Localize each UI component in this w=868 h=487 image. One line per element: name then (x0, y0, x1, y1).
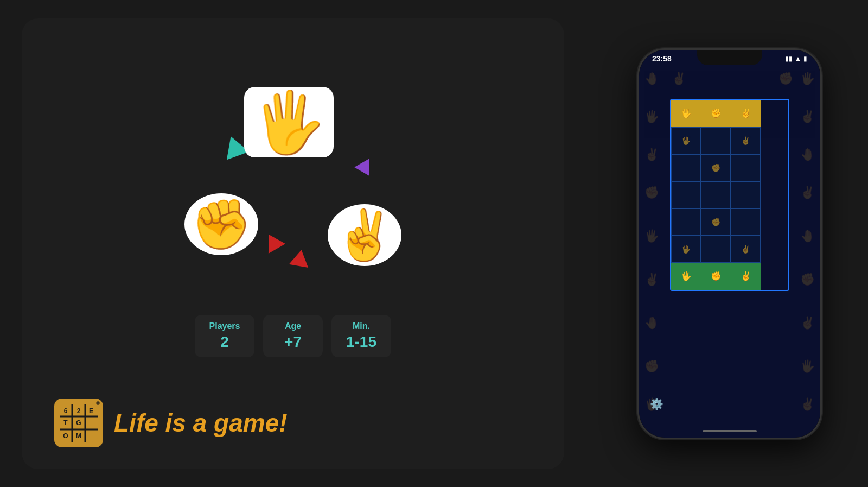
tagline: Life is a game! (114, 408, 288, 438)
pattern-hand-5: 🖐 (644, 110, 659, 124)
main-container: 🖐 ✊ ✌ Players 2 Age +7 Min. 1-15 (0, 0, 868, 487)
grid-cell-0-2: ✌ (731, 100, 761, 127)
phone: 🤚 ✌ 🖐 ✊ 🖐 ✌ ✌ 🤚 ✊ ✌ 🖐 🤚 (637, 48, 822, 439)
home-bar (703, 430, 757, 432)
hand-fist-sticker: ✊ (184, 193, 258, 255)
grid-cell-3-2 (731, 181, 761, 208)
pattern-hand-11: 🖐 (644, 229, 659, 243)
grid-cell-5-1 (701, 236, 731, 263)
phone-container: 🤚 ✌ 🖐 ✊ 🖐 ✌ ✌ 🤚 ✊ ✌ 🖐 🤚 (613, 10, 846, 477)
grid-cell-6-1[interactable]: ✊ (701, 263, 731, 290)
stat-min-label: Min. (353, 321, 370, 331)
triangle-red-left (260, 230, 285, 254)
pattern-hand-6: ✌ (800, 110, 815, 124)
grid-row-2: 🖐 ✌ (671, 127, 788, 154)
hand-peace-sticker: ✌ (328, 204, 401, 266)
grid-row-top: 🖐 ✊ ✌ (671, 100, 788, 127)
stat-players-value: 2 (220, 333, 229, 351)
phone-screen: 🤚 ✌ 🖐 ✊ 🖐 ✌ ✌ 🤚 ✊ ✌ 🖐 🤚 (639, 50, 820, 438)
grid-row-6: 🖐 ✌ (671, 236, 788, 263)
svg-text:6: 6 (64, 407, 68, 415)
logo-cube-svg: 6 2 T G O M E (57, 401, 100, 445)
pattern-hand-9: ✊ (644, 186, 659, 200)
hand-fist-icon: ✊ (184, 193, 258, 255)
status-icons: ▮▮ ▲ ▮ (785, 55, 807, 62)
triangle-purple (354, 154, 377, 175)
hands-area: 🖐 ✊ ✌ (179, 87, 407, 293)
svg-text:T: T (63, 419, 68, 427)
pattern-hand-12: 🤚 (800, 229, 815, 243)
signal-icon: ▮▮ (785, 55, 793, 62)
pattern-hand-2: ✌ (672, 72, 686, 86)
logo-cube: 6 2 T G O M E ® (54, 399, 103, 447)
grid-cell-4-0 (671, 208, 701, 236)
grid-cell-4-2 (731, 208, 761, 236)
pattern-hand-18: 🖐 (800, 359, 815, 374)
hand-peace-icon: ✌ (328, 204, 401, 266)
grid-cell-2-2 (731, 154, 761, 181)
grid-cell-5-0: 🖐 (671, 236, 701, 263)
grid-cell-3-1 (701, 181, 731, 208)
pattern-hand-3: 🖐 (800, 72, 815, 86)
hand-open-icon: 🖐 (244, 87, 334, 157)
stats-row: Players 2 Age +7 Min. 1-15 (195, 315, 391, 357)
grid-row-5: ✊ (671, 208, 788, 236)
stat-age-value: +7 (284, 333, 302, 351)
wifi-icon: ▲ (795, 55, 801, 62)
svg-text:O: O (63, 432, 68, 440)
grid-cell-6-0[interactable]: 🖐 (671, 263, 701, 290)
grid-cell-1-2: ✌ (731, 127, 761, 154)
svg-text:G: G (76, 419, 81, 427)
pattern-hand-17: ✊ (644, 359, 659, 374)
pattern-hand-13: ✌ (644, 273, 659, 287)
pattern-hand-10: ✌ (800, 186, 815, 200)
grid-cell-1-0: 🖐 (671, 127, 701, 154)
svg-text:M: M (76, 432, 81, 440)
pattern-hand-15: 🤚 (644, 316, 659, 330)
settings-icon[interactable]: ⚙️ (650, 397, 663, 410)
pattern-hand-1: 🤚 (644, 72, 659, 86)
svg-text:E: E (89, 407, 93, 415)
svg-text:2: 2 (77, 407, 81, 415)
pattern-hand-14: ✊ (800, 273, 815, 287)
grid-cell-3-0 (671, 181, 701, 208)
stat-players-label: Players (209, 321, 240, 331)
pattern-hand-7: ✌ (644, 148, 659, 162)
status-time: 23:58 (652, 54, 672, 63)
stat-min-value: 1-15 (346, 333, 376, 351)
game-area: 🖐 ✊ ✌ 🖐 ✌ ✊ (670, 99, 789, 291)
game-grid: 🖐 ✊ ✌ 🖐 ✌ ✊ (670, 99, 789, 291)
grid-cell-5-2: ✌ (731, 236, 761, 263)
grid-cell-0-0: 🖐 (671, 100, 701, 127)
game-card: 🖐 ✊ ✌ Players 2 Age +7 Min. 1-15 (22, 18, 564, 469)
stat-age: Age +7 (263, 315, 323, 357)
hand-open-sticker: 🖐 (244, 87, 334, 157)
grid-cell-0-1: ✊ (701, 100, 731, 127)
branding: 6 2 T G O M E ® Life is a game! (54, 399, 288, 447)
grid-cell-6-2[interactable]: ✌ (731, 263, 761, 290)
pattern-hand-16: ✌ (800, 316, 815, 330)
grid-row-bottom: 🖐 ✊ ✌ (671, 263, 788, 290)
phone-notch (697, 50, 762, 65)
pattern-hand-20: ✌ (800, 397, 815, 412)
grid-cell-2-1: ✊ (701, 154, 731, 181)
grid-row-3: ✊ (671, 154, 788, 181)
stat-age-label: Age (285, 321, 301, 331)
grid-cell-2-0 (671, 154, 701, 181)
logo-registered: ® (96, 401, 100, 406)
pattern-hand-8: 🤚 (800, 148, 815, 162)
grid-row-4 (671, 181, 788, 208)
battery-icon: ▮ (803, 55, 807, 62)
pattern-hand-4: ✊ (778, 72, 793, 86)
triangle-red-right (289, 248, 311, 268)
grid-cell-4-1: ✊ (701, 208, 731, 236)
stat-players: Players 2 (195, 315, 254, 357)
grid-cell-1-1 (701, 127, 731, 154)
stat-min: Min. 1-15 (331, 315, 391, 357)
